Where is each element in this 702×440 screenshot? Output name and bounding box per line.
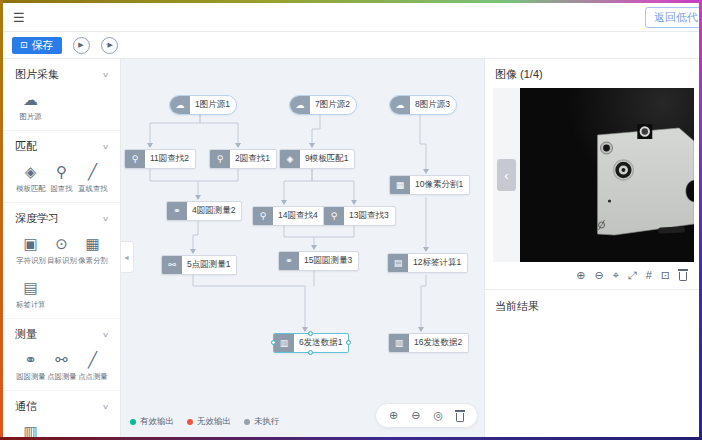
flow-node-16[interactable]: ▥16发送数据2 xyxy=(388,333,469,353)
prev-image-button[interactable]: ‹ xyxy=(497,159,516,191)
flow-node-11[interactable]: ⚲11圆查找2 xyxy=(124,149,196,169)
flow-node-10[interactable]: ▦10像素分割1 xyxy=(389,175,470,195)
circle-find-icon: ⚲ xyxy=(210,150,230,168)
crosshair-icon[interactable]: ⌖ xyxy=(613,270,619,281)
fit-icon[interactable]: ⊡ xyxy=(661,270,670,281)
run-button[interactable]: ▶ xyxy=(73,37,90,54)
flow-node-4[interactable]: ⚭4圆圆测量2 xyxy=(166,201,242,221)
sidebar-section-title: 匹配 xyxy=(15,139,37,154)
toolbar: ⊡ 保存 ▶ ·▶ xyxy=(3,32,699,59)
sidebar-section-1: 匹配∨◈模板匹配⚲圆查找╱直线查找 xyxy=(3,131,120,203)
sidebar-section-header[interactable]: 通信∨ xyxy=(15,399,108,414)
flow-node-9[interactable]: ◈9模板匹配1 xyxy=(279,149,355,169)
point-point-measure-icon: ╱ xyxy=(77,351,108,369)
legend-label: 有效输出 xyxy=(140,416,174,428)
sidebar-section-4: 通信∨▥ xyxy=(3,391,120,437)
step-play-icon: ·▶ xyxy=(105,41,113,49)
sidebar-section-header[interactable]: 测量∨ xyxy=(15,327,108,342)
menu-icon[interactable]: ☰ xyxy=(13,10,25,25)
sidebar-section-title: 图片采集 xyxy=(15,67,59,82)
sidebar-item-label: 字符识别 xyxy=(16,255,45,265)
zoom-out-icon[interactable]: ⊖ xyxy=(594,270,603,281)
flow-node-6[interactable]: ▥6发送数据1 xyxy=(273,333,349,353)
zoom-out-icon[interactable]: ⊖ xyxy=(411,410,420,421)
flow-node-7[interactable]: ☁7图片源2 xyxy=(289,95,357,115)
sidebar-item-label: 目标识别 xyxy=(47,255,76,265)
screen-border-left xyxy=(0,0,3,440)
save-button[interactable]: ⊡ 保存 xyxy=(12,37,62,54)
send-data-icon: ▥ xyxy=(274,334,294,352)
flow-node-8[interactable]: ☁8图片源3 xyxy=(389,95,457,115)
sidebar-item[interactable]: ╱直线查找 xyxy=(77,163,108,194)
flow-node-2[interactable]: ⚲2圆查找1 xyxy=(209,149,277,169)
sidebar-section-header[interactable]: 深度学习∨ xyxy=(15,211,108,226)
trash-icon[interactable] xyxy=(679,269,687,281)
connection-handle[interactable] xyxy=(271,340,276,345)
line-find-icon: ╱ xyxy=(77,163,108,181)
zoom-in-icon[interactable]: ⊕ xyxy=(389,410,398,421)
fullscreen-icon[interactable]: ⤢ xyxy=(628,270,637,281)
flow-node-14[interactable]: ⚲14圆查找4 xyxy=(252,206,325,226)
trash-icon[interactable] xyxy=(456,410,464,422)
flow-canvas[interactable]: ☁1图片源1☁7图片源2☁8图片源3⚲11圆查找2⚲2圆查找1◈9模板匹配1▦1… xyxy=(121,59,484,437)
flow-node-5[interactable]: ⚯5点圆测量1 xyxy=(161,255,237,275)
template-match-icon: ◈ xyxy=(280,150,300,168)
main-area: 图片采集∨☁图片源匹配∨◈模板匹配⚲圆查找╱直线查找深度学习∨▣字符识别⊙目标识… xyxy=(3,59,699,437)
sidebar-item[interactable]: ⚲圆查找 xyxy=(46,163,77,194)
sidebar-item[interactable]: ◈模板匹配 xyxy=(15,163,46,194)
zoom-in-icon[interactable]: ⊕ xyxy=(576,270,585,281)
sidebar-item[interactable]: ╱点点测量 xyxy=(77,351,108,382)
app-window: ☰ 返回低代 ⊡ 保存 ▶ ·▶ 图片采集∨☁图片源匹配∨◈模板匹配⚲圆查找╱直… xyxy=(0,0,702,440)
sidebar-item-label: 点圆测量 xyxy=(47,371,76,381)
image-viewer: ‹ xyxy=(493,88,694,262)
sidebar-item[interactable]: ▣字符识别 xyxy=(15,235,46,266)
chevron-down-icon: ∨ xyxy=(102,143,110,151)
sidebar-item-label: 圆圆测量 xyxy=(16,371,45,381)
legend-dot xyxy=(187,419,193,425)
image-source-icon: ☁ xyxy=(390,96,410,114)
circle-find-icon: ⚲ xyxy=(324,207,344,225)
pixel-segment-icon: ▦ xyxy=(390,176,410,194)
sidebar-item[interactable]: ▦像素分割 xyxy=(77,235,108,266)
circle-find-icon: ⚲ xyxy=(253,207,273,225)
image-nav-strip: ‹ xyxy=(493,88,520,262)
sidebar-item[interactable]: ⊙目标识别 xyxy=(46,235,77,266)
point-circle-measure-icon: ⚯ xyxy=(162,256,182,274)
target-detect-icon: ⊙ xyxy=(46,235,77,253)
flow-node-label: 13圆查找3 xyxy=(344,210,395,222)
sidebar-item-label: 图片源 xyxy=(16,111,45,121)
grid-icon[interactable]: # xyxy=(646,270,652,281)
locate-icon[interactable]: ◎ xyxy=(433,410,443,421)
flow-node-12[interactable]: ▤12标签计算1 xyxy=(387,253,468,273)
chevron-down-icon: ∨ xyxy=(102,71,110,79)
image-box[interactable] xyxy=(520,88,694,262)
flow-node-label: 6发送数据1 xyxy=(294,337,348,349)
legend-label: 未执行 xyxy=(254,416,280,428)
sidebar-item[interactable]: ⚯点圆测量 xyxy=(46,351,77,382)
flow-node-1[interactable]: ☁1图片源1 xyxy=(169,95,237,115)
flow-node-15[interactable]: ⚭15圆圆测量3 xyxy=(278,251,359,271)
image-panel-title: 图像 (1/4) xyxy=(485,59,699,88)
image-source-icon: ☁ xyxy=(15,91,46,109)
sidebar-item[interactable]: ☁图片源 xyxy=(15,91,46,122)
sidebar-item[interactable]: ▤标签计算 xyxy=(15,279,46,310)
circle-find-icon: ⚲ xyxy=(46,163,77,181)
flow-node-label: 12标签计算1 xyxy=(408,257,467,269)
sidebar-section-header[interactable]: 匹配∨ xyxy=(15,139,108,154)
inspection-image xyxy=(520,88,694,262)
sidebar-item[interactable]: ⚭圆圆测量 xyxy=(15,351,46,382)
legend-label: 无效输出 xyxy=(197,416,231,428)
sidebar-section-title: 测量 xyxy=(15,327,37,342)
sidebar-section-header[interactable]: 图片采集∨ xyxy=(15,67,108,82)
sidebar-collapse-handle[interactable]: ◂ xyxy=(121,241,134,273)
pixel-segment-icon: ▦ xyxy=(77,235,108,253)
legend-item: 有效输出 xyxy=(130,416,174,428)
send-data-icon: ▥ xyxy=(389,334,409,352)
back-to-lowcode-button[interactable]: 返回低代 xyxy=(645,7,702,28)
circle-find-icon: ⚲ xyxy=(125,150,145,168)
sidebar-item-label: 模板匹配 xyxy=(16,183,45,193)
flow-node-13[interactable]: ⚲13圆查找3 xyxy=(323,206,396,226)
run-step-button[interactable]: ·▶ xyxy=(101,37,118,54)
sidebar-item[interactable]: ▥ xyxy=(15,423,46,437)
connection-handle[interactable] xyxy=(308,331,313,336)
